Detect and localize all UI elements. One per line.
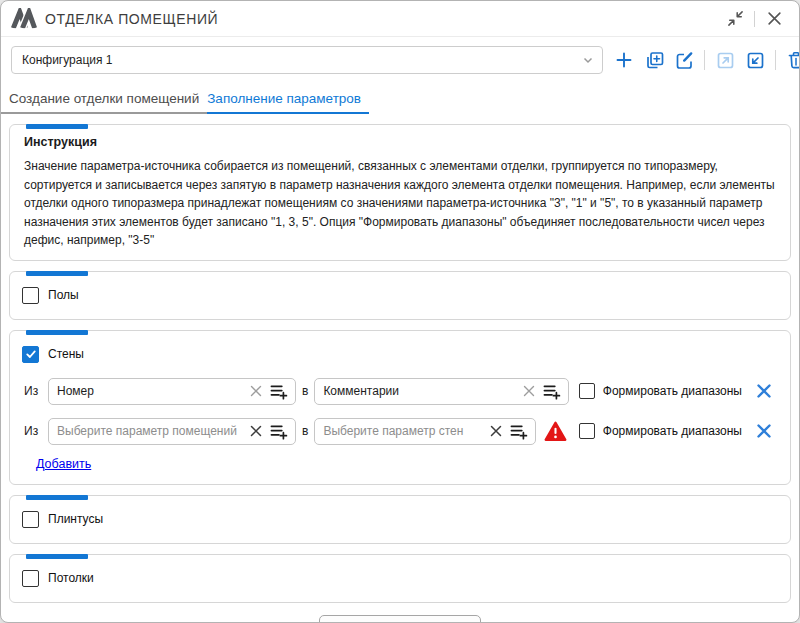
source-param-field[interactable]	[48, 378, 296, 405]
mapping-row: Из в	[22, 418, 778, 445]
plus-icon	[614, 50, 634, 70]
configuration-toolbar	[1, 37, 799, 74]
target-param-input[interactable]	[323, 424, 482, 438]
section-floors: Полы	[9, 271, 791, 320]
warning-icon	[544, 421, 567, 442]
floors-checkbox[interactable]	[22, 287, 39, 304]
walls-toggle[interactable]: Стены	[22, 346, 84, 363]
close-icon	[767, 11, 782, 26]
pick-from-list-icon[interactable]	[509, 423, 528, 440]
actions-separator-2	[775, 50, 776, 70]
range-toggle[interactable]: Формировать диапазоны	[579, 383, 742, 399]
window-title: ОТДЕЛКА ПОМЕЩЕНИЙ	[45, 11, 722, 27]
target-param-input[interactable]	[323, 384, 515, 398]
instruction-card: Инструкция Значение параметра-источника …	[9, 124, 791, 261]
clear-icon[interactable]	[490, 425, 502, 437]
app-logo-icon	[11, 8, 37, 30]
ceilings-toggle[interactable]: Потолки	[22, 570, 94, 587]
import-configuration-button[interactable]	[742, 47, 768, 73]
pick-from-list-icon[interactable]	[269, 383, 288, 400]
close-window-button[interactable]	[761, 7, 787, 31]
collapse-arrows-icon	[727, 10, 744, 27]
range-label: Формировать диапазоны	[603, 424, 742, 438]
tab-lead-underline	[1, 88, 9, 114]
duplicate-configuration-button[interactable]	[641, 47, 667, 73]
to-label: в	[302, 424, 308, 438]
walls-checkbox[interactable]	[22, 346, 39, 363]
add-configuration-button[interactable]	[611, 47, 637, 73]
configuration-select[interactable]	[11, 46, 603, 74]
add-row-link[interactable]: Добавить	[36, 457, 91, 471]
range-label: Формировать диапазоны	[603, 384, 742, 398]
baseboards-checkbox[interactable]	[22, 511, 39, 528]
check-icon	[25, 348, 37, 360]
clear-icon[interactable]	[523, 385, 535, 397]
delete-configuration-button[interactable]	[783, 47, 800, 73]
floors-label: Полы	[48, 288, 79, 302]
actions-separator	[704, 50, 705, 70]
ceilings-label: Потолки	[48, 571, 94, 585]
import-icon	[745, 50, 766, 71]
tab-bar: Создание отделки помещений Заполнение па…	[1, 87, 799, 114]
export-configuration-button[interactable]	[712, 47, 738, 73]
footer: Заполнить параметры	[1, 615, 799, 623]
delete-row-button[interactable]	[756, 423, 772, 439]
target-param-field[interactable]	[314, 378, 568, 405]
copy-plus-icon	[644, 50, 665, 71]
clear-icon[interactable]	[250, 425, 262, 437]
rename-configuration-button[interactable]	[671, 47, 697, 73]
range-checkbox[interactable]	[579, 383, 595, 399]
from-label: Из	[24, 424, 42, 438]
instruction-title: Инструкция	[24, 135, 776, 149]
ceilings-checkbox[interactable]	[22, 570, 39, 587]
range-checkbox[interactable]	[579, 423, 595, 439]
room-finishing-window: ОТДЕЛКА ПОМЕЩЕНИЙ	[0, 0, 800, 623]
delete-row-button[interactable]	[756, 383, 772, 399]
trash-icon	[786, 50, 800, 70]
walls-label: Стены	[48, 347, 84, 361]
from-label: Из	[24, 384, 42, 398]
section-ceilings: Потолки	[9, 554, 791, 603]
instruction-text: Значение параметра-источника собирается …	[24, 157, 776, 250]
source-param-input[interactable]	[57, 424, 243, 438]
section-walls: Стены Из в	[9, 330, 791, 485]
tab-fill-parameters[interactable]: Заполнение параметров	[207, 87, 369, 114]
export-icon	[715, 50, 736, 71]
clear-icon[interactable]	[250, 385, 262, 397]
range-toggle[interactable]: Формировать диапазоны	[579, 423, 742, 439]
delete-x-icon	[756, 383, 772, 399]
titlebar-separator	[754, 11, 755, 27]
fill-parameters-button[interactable]: Заполнить параметры	[319, 615, 481, 623]
to-label: в	[302, 384, 308, 398]
edit-icon	[674, 50, 695, 71]
delete-x-icon	[756, 423, 772, 439]
collapse-window-button[interactable]	[722, 7, 748, 31]
source-param-input[interactable]	[57, 384, 243, 398]
configuration-actions	[611, 47, 800, 73]
baseboards-label: Плинтусы	[48, 512, 103, 526]
source-param-field[interactable]	[48, 418, 296, 445]
title-bar: ОТДЕЛКА ПОМЕЩЕНИЙ	[1, 1, 799, 37]
configuration-select-value[interactable]	[22, 53, 582, 67]
chevron-down-icon	[582, 54, 594, 66]
pick-from-list-icon[interactable]	[269, 423, 288, 440]
section-baseboards: Плинтусы	[9, 495, 791, 544]
target-param-field[interactable]	[314, 418, 535, 445]
mapping-row: Из в	[22, 378, 778, 405]
pick-from-list-icon[interactable]	[542, 383, 561, 400]
floors-toggle[interactable]: Полы	[22, 287, 79, 304]
tab-create-finishing[interactable]: Создание отделки помещений	[9, 87, 207, 114]
baseboards-toggle[interactable]: Плинтусы	[22, 511, 103, 528]
